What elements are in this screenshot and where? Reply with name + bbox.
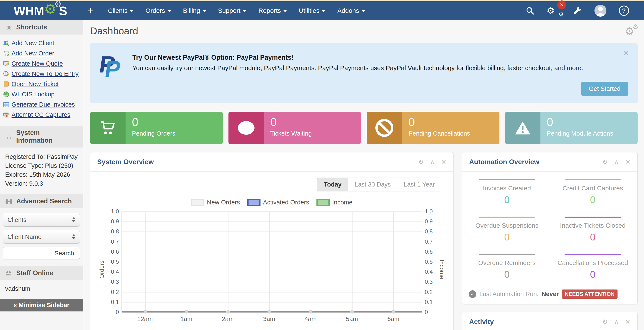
banner-and-more-link[interactable]: and more. [554, 64, 583, 71]
y-axis-ticks-left: 1.0 0.9 0.8 0.7 0.6 0.5 0.4 0.3 0.2 0. [106, 211, 122, 312]
search-icon[interactable] [526, 6, 534, 15]
close-icon[interactable]: ✕ [625, 158, 630, 166]
caret-down-icon [168, 10, 171, 12]
quote-icon [3, 60, 10, 67]
collapse-icon[interactable]: ∧ [614, 318, 619, 326]
main-menu: Clients Orders Billing Support Reports U… [102, 7, 371, 14]
activity-title: Activity [469, 318, 494, 326]
chart-legend: New Orders Activated Orders Income [98, 199, 446, 206]
automation-overview-title: Automation Overview [469, 158, 539, 166]
range-last-1-year-button[interactable]: Last 1 Year [398, 178, 441, 191]
stat-cards-row: 0 Pending Orders 0 Tickets Waiting [90, 112, 638, 144]
chart-plot-area [122, 211, 422, 312]
close-icon[interactable]: ✕ [441, 158, 446, 166]
get-started-button[interactable]: Get Started [581, 82, 628, 96]
menu-clients[interactable]: Clients [102, 7, 140, 14]
home-icon: ⌂ [5, 133, 13, 141]
caret-down-icon [362, 10, 365, 12]
page-title: Dashboard [90, 25, 138, 37]
system-settings-wrench-icon[interactable] [573, 6, 582, 15]
legend-income: Income [316, 199, 352, 206]
last-automation-run: ✓ Last Automation Run: Never NEEDS ATTEN… [469, 290, 631, 299]
y-axis-label-orders: Orders [98, 211, 106, 328]
shortcut-list: Add New Client Add New Order Create New … [0, 34, 83, 126]
automation-status-gears-icon[interactable]: ⚙ ⚙ ✕ [547, 5, 561, 16]
system-overview-title: System Overview [97, 158, 154, 166]
user-avatar[interactable] [594, 5, 606, 17]
menu-reports[interactable]: Reports [252, 7, 293, 14]
pending-cancellations-card[interactable]: 0 Pending Cancellations [367, 112, 500, 144]
navbar-icon-group: ⚙ ⚙ ✕ ? [526, 5, 629, 17]
banner-body: You can easily try our newest PayPal mod… [132, 64, 583, 72]
pending-module-actions-count: 0 [547, 116, 632, 128]
search-type-select[interactable]: Clients [3, 213, 80, 227]
legend-activated-orders: Activated Orders [247, 199, 309, 206]
sidebar-item-generate-due-invoices[interactable]: Generate Due Invoices [3, 99, 80, 110]
sidebar-item-add-new-order[interactable]: Add New Order [3, 48, 80, 58]
tickets-waiting-card[interactable]: 0 Tickets Waiting [228, 112, 361, 144]
main-content: Dashboard ⚙ ⚙ P P Try Our Newest PayPal®… [83, 20, 644, 330]
menu-utilities[interactable]: Utilities [293, 7, 332, 14]
sidebar-header-advanced-search: Advanced Search [0, 194, 83, 208]
caret-down-icon [203, 10, 206, 12]
minimise-sidebar-button[interactable]: « Minimise Sidebar [0, 299, 83, 312]
activity-panel: Activity ↻ ∧ ✕ System 1 day ago [462, 312, 638, 330]
collapse-icon[interactable]: ∧ [430, 158, 435, 166]
quick-add-button[interactable]: + [88, 5, 94, 17]
range-last-30-days-button[interactable]: Last 30 Days [348, 178, 398, 191]
invoices-icon [3, 101, 10, 108]
stat-cancellations-processed: Cancellations Processed 0 [554, 254, 631, 280]
pending-orders-card[interactable]: 0 Pending Orders [90, 112, 223, 144]
ticket-icon [3, 81, 10, 87]
range-today-button[interactable]: Today [317, 178, 348, 191]
search-button[interactable]: Search [49, 247, 80, 259]
staff-group-icon [5, 269, 13, 277]
activated-orders-swatch [247, 199, 260, 206]
y-axis-label-income: Income [438, 211, 446, 328]
sidebar-item-attempt-cc-captures[interactable]: Attempt CC Captures [3, 110, 80, 120]
sidebar-item-create-new-quote[interactable]: Create New Quote [3, 58, 80, 69]
select-arrows-icon [72, 217, 76, 222]
star-icon: ★ [5, 23, 13, 31]
whmcs-logo[interactable]: WHM ⚙ ⚙ S [14, 4, 67, 18]
stat-credit-card-captures: Credit Card Captures 0 [554, 179, 631, 205]
x-axis-labels: 12am 1am 2am 3am 4am 5am 6am [122, 316, 422, 328]
last-run-value: Never [542, 291, 559, 298]
refresh-icon[interactable]: ↻ [602, 318, 608, 326]
close-icon[interactable]: ✕ [625, 318, 630, 326]
todo-icon [3, 71, 10, 77]
caret-down-icon [283, 10, 287, 12]
banner-close-icon[interactable]: ✕ [623, 49, 629, 57]
sidebar-header-system-information: ⌂ System Information [0, 126, 83, 148]
pending-module-actions-card[interactable]: 0 Pending Module Actions [505, 112, 638, 144]
menu-billing[interactable]: Billing [177, 7, 212, 14]
no-entry-icon [367, 112, 402, 144]
license-expires: Expires: 15th May 2026 [5, 170, 78, 179]
refresh-icon[interactable]: ↻ [418, 158, 424, 166]
sidebar-item-open-new-ticket[interactable]: Open New Ticket [3, 79, 80, 89]
collapse-icon[interactable]: ∧ [614, 158, 619, 166]
help-icon[interactable]: ? [619, 5, 629, 16]
menu-orders[interactable]: Orders [140, 7, 177, 14]
sidebar-header-staff-online: Staff Online [0, 266, 83, 280]
add-client-icon [3, 40, 10, 46]
sidebar-item-add-new-client[interactable]: Add New Client [3, 38, 80, 48]
search-input[interactable] [3, 247, 49, 259]
zero-data-line [122, 311, 422, 313]
menu-addons[interactable]: Addons [332, 7, 371, 14]
advanced-search-form: Clients Client Name Search [0, 208, 83, 266]
system-overview-panel: System Overview ↻ ∧ ✕ Today [90, 152, 454, 330]
sidebar-item-whois-lookup[interactable]: WHOIS Lookup [3, 89, 80, 99]
stat-overdue-reminders: Overdue Reminders 0 [469, 254, 545, 280]
refresh-icon[interactable]: ↻ [602, 158, 608, 166]
caret-down-icon [130, 10, 134, 12]
chat-bubble-icon [228, 112, 264, 144]
y-axis-ticks-right: 1.0 0.9 0.8 0.7 0.6 0.5 0.4 0.3 0.2 0. [422, 211, 438, 312]
sidebar-item-create-new-todo[interactable]: Create New To-Do Entry [3, 69, 80, 79]
search-field-select[interactable]: Client Name [3, 230, 80, 244]
dashboard-settings-gear-icon[interactable]: ⚙ ⚙ [625, 25, 638, 37]
needs-attention-badge: NEEDS ATTENTION [562, 290, 618, 299]
select-arrows-icon [72, 234, 76, 239]
staff-online-user: vadshum [0, 280, 83, 299]
menu-support[interactable]: Support [212, 7, 252, 14]
